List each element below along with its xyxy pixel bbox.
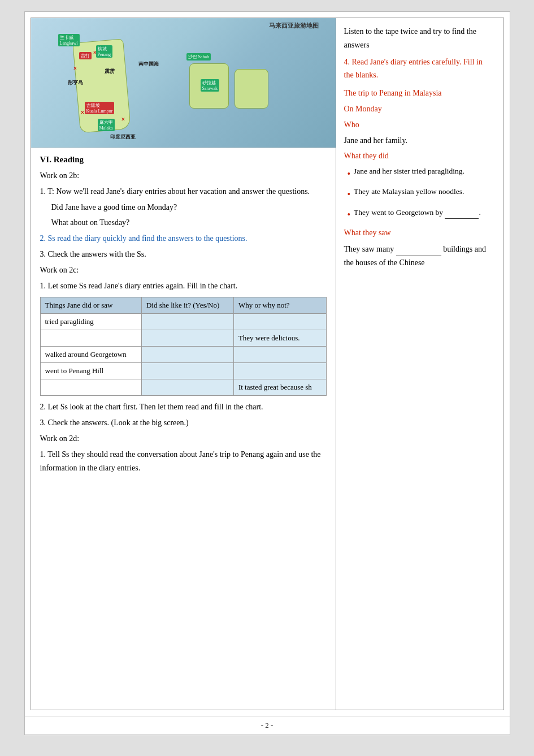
para3: 3. Check the answers with the Ss. bbox=[40, 248, 327, 261]
cell-5-2 bbox=[141, 379, 233, 396]
who-value: Jane and her family. bbox=[344, 134, 492, 148]
map-tag-kedah: 吉打 bbox=[79, 52, 92, 59]
right-column: Listen to the tape twice and try to find… bbox=[336, 18, 500, 710]
bullet-text-3: They went to Georgetown by . bbox=[354, 206, 492, 219]
cell-3-1: walked around Georgetown bbox=[40, 347, 141, 363]
col-header-1: Things Jane did or saw bbox=[40, 297, 141, 314]
right-para1: Listen to the tape twice and try to find… bbox=[344, 25, 492, 52]
table-row: went to Penang Hill bbox=[40, 363, 326, 379]
cell-3-3 bbox=[233, 347, 326, 363]
cell-2-3: They were delicious. bbox=[233, 330, 326, 347]
map-title: 马来西亚旅游地图 bbox=[269, 21, 319, 30]
bullet-text-2: They ate Malaysian yellow noodles. bbox=[354, 185, 492, 198]
map-label-perak: 霹雳 bbox=[105, 68, 115, 75]
page: 马来西亚旅游地图 兰卡威Langkawi 槟城Penang 吉打 南中国海 沙巴… bbox=[24, 11, 510, 735]
cell-1-2 bbox=[141, 314, 233, 330]
map-tag-kl: 吉隆坡Kuala Lumpur bbox=[85, 102, 115, 114]
map-marker-4: × bbox=[121, 115, 125, 124]
map-tag-malaka: 麻六甲Malaka bbox=[98, 119, 115, 131]
left-text-content: VI. Reading Work on 2b: 1. T: Now we'll … bbox=[31, 148, 336, 710]
work2b-label: Work on 2b: bbox=[40, 169, 327, 183]
work2d-label: Work on 2d: bbox=[40, 432, 327, 446]
table-row: walked around Georgetown bbox=[40, 347, 326, 363]
map-marker-3: × bbox=[81, 109, 85, 117]
content-wrapper: 马来西亚旅游地图 兰卡威Langkawi 槟城Penang 吉打 南中国海 沙巴… bbox=[31, 18, 504, 710]
who-label: Who bbox=[344, 118, 492, 132]
cell-2-2 bbox=[141, 330, 233, 347]
left-column: 马来西亚旅游地图 兰卡威Langkawi 槟城Penang 吉打 南中国海 沙巴… bbox=[31, 18, 336, 710]
para6: 3. Check the answers. (Look at the big s… bbox=[40, 416, 327, 430]
work2c-label: Work on 2c: bbox=[40, 263, 327, 277]
table-row: tried paragliding bbox=[40, 314, 326, 330]
right-p4: 4. Read Jane's diary entries carefully. … bbox=[344, 55, 492, 83]
chart-table: Things Jane did or saw Did she like it? … bbox=[40, 297, 327, 396]
bullet-item-3: • They went to Georgetown by . bbox=[344, 206, 492, 223]
cell-4-2 bbox=[141, 363, 233, 379]
table-header-row: Things Jane did or saw Did she like it? … bbox=[40, 297, 326, 314]
map-tag-langkawi: 兰卡威Langkawi bbox=[58, 34, 80, 46]
cell-5-3: It tasted great because sh bbox=[233, 379, 326, 396]
question1: Did Jane have a good time on Monday? bbox=[40, 201, 327, 214]
what-saw-label: What they saw bbox=[344, 226, 492, 240]
map-east-malaysia2 bbox=[235, 69, 268, 109]
table-row: It tasted great because sh bbox=[40, 379, 326, 396]
question2: What about on Tuesday? bbox=[40, 216, 327, 230]
blank-2 bbox=[396, 242, 441, 256]
para7: 1. Tell Ss they should read the conversa… bbox=[40, 448, 327, 475]
cell-2-1 bbox=[40, 330, 141, 347]
table-row: They were delicious. bbox=[40, 330, 326, 347]
map-marker-1: × bbox=[93, 49, 97, 57]
map-area: 马来西亚旅游地图 兰卡威Langkawi 槟城Penang 吉打 南中国海 沙巴… bbox=[31, 18, 336, 148]
bullet-dot-2: • bbox=[348, 187, 351, 202]
map-tag-sarawak: 砂拉越Sarawak bbox=[201, 79, 220, 92]
map-label-pahang: 彭亨岛 bbox=[68, 79, 83, 87]
col-header-3: Why or why not? bbox=[233, 297, 326, 314]
page-number: - 2 - bbox=[25, 716, 510, 735]
cell-1-1: tried paragliding bbox=[40, 314, 141, 330]
what-did-label: What they did bbox=[344, 149, 492, 163]
bullet-dot-3: • bbox=[348, 207, 351, 223]
cell-3-2 bbox=[141, 347, 233, 363]
map-label-indonesia: 印度尼西亚 bbox=[110, 133, 136, 141]
bullet-item-1: • Jane and her sister tried paragliding. bbox=[344, 165, 492, 182]
blank-1 bbox=[445, 206, 479, 219]
bullet-item-2: • They ate Malaysian yellow noodles. bbox=[344, 185, 492, 202]
para2-blue: 2. Ss read the diary quickly and find th… bbox=[40, 232, 327, 245]
bullet-dot-1: • bbox=[348, 166, 351, 182]
trip-title: The trip to Penang in Malaysia bbox=[344, 87, 492, 100]
col-header-2: Did she like it? (Yes/No) bbox=[141, 297, 233, 314]
saw-text: They saw many buildings and the houses o… bbox=[344, 242, 492, 270]
map-tag-penang: 槟城Penang bbox=[96, 45, 113, 58]
para5: 2. Let Ss look at the chart first. Then … bbox=[40, 400, 327, 414]
para1: 1. T: Now we'll read Jane's diary entrie… bbox=[40, 185, 327, 198]
cell-5-1 bbox=[40, 379, 141, 396]
map-marker-2: × bbox=[73, 64, 77, 73]
cell-4-3 bbox=[233, 363, 326, 379]
map-tag-sabah: 沙巴 Sabah bbox=[186, 53, 211, 61]
on-monday: On Monday bbox=[344, 102, 492, 116]
cell-1-3 bbox=[233, 314, 326, 330]
section-title: VI. Reading bbox=[40, 155, 327, 165]
cell-4-1: went to Penang Hill bbox=[40, 363, 141, 379]
map-label-sea: 南中国海 bbox=[138, 61, 159, 68]
para4: 1. Let some Ss read Jane's diary entries… bbox=[40, 279, 327, 293]
bullet-text-1: Jane and her sister tried paragliding. bbox=[354, 165, 492, 178]
